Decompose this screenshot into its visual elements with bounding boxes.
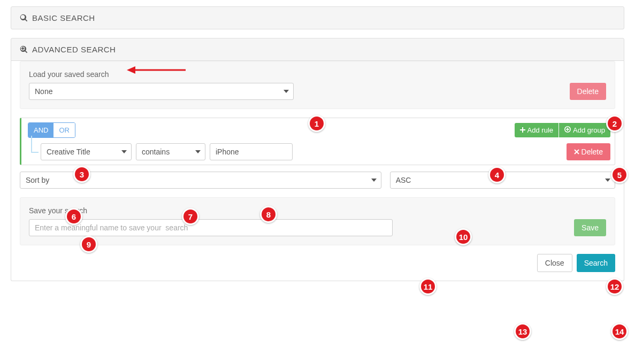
search-plus-icon [20,45,28,53]
sort-by-select[interactable]: Sort by [20,172,381,189]
advanced-search-body: Load your saved search None Delete AND O… [11,52,624,281]
add-rule-button[interactable]: Add rule [515,123,559,137]
circle-plus-icon [564,126,571,134]
sort-row: Sort by ASC [20,172,615,189]
rule-delete-button[interactable]: Delete [567,143,610,160]
rule-delete-label: Delete [582,148,603,156]
rule-value-input[interactable] [210,143,293,160]
search-button[interactable]: Search [577,254,615,272]
save-search-label: Save your search [29,206,606,215]
rule-field-select[interactable]: Creative Title [41,143,132,160]
or-button[interactable]: OR [53,123,75,137]
sort-direction-select[interactable]: ASC [390,172,615,189]
advanced-search-title: ADVANCED SEARCH [32,45,116,54]
load-saved-label: Load your saved search [29,70,606,79]
load-saved-delete-button[interactable]: Delete [570,83,606,100]
add-group-button[interactable]: Add group [559,123,610,137]
search-icon [20,14,28,22]
footer-actions: Close Search [20,254,615,272]
plus-icon [520,126,525,134]
add-group-label: Add group [573,126,605,134]
rule-row: Creative Title contains Delete [28,143,610,160]
and-button[interactable]: AND [28,123,53,137]
add-rule-label: Add rule [527,126,553,134]
rule-operator-select[interactable]: contains [136,143,205,160]
save-search-panel: Save your search Save [20,197,615,245]
save-search-input[interactable] [29,219,393,236]
basic-search-header[interactable]: BASIC SEARCH [11,6,624,29]
save-search-button[interactable]: Save [574,219,606,236]
close-button[interactable]: Close [537,254,572,272]
advanced-search-header[interactable]: ADVANCED SEARCH [11,38,624,61]
query-builder: AND OR Add rule Add group [20,118,615,165]
x-icon [574,148,579,156]
condition-toggle: AND OR [28,122,75,138]
load-saved-select[interactable]: None [29,83,294,100]
load-saved-panel: Load your saved search None Delete [20,61,615,109]
basic-search-title: BASIC SEARCH [32,13,95,22]
